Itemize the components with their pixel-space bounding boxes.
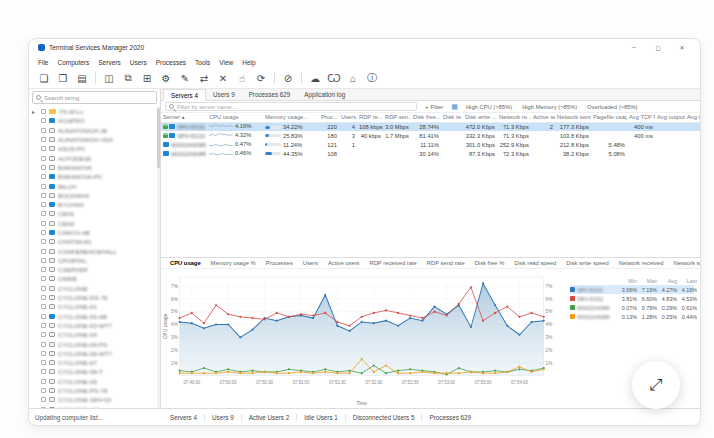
remote-app-icon[interactable]: Ѡ: [325, 70, 343, 87]
tree-checkbox[interactable]: [41, 286, 46, 291]
tree-item[interactable]: BARANOVA: [29, 163, 160, 172]
user-session-icon[interactable]: ⇄: [195, 70, 213, 87]
tree-item[interactable]: CYCLONE-04: [29, 330, 160, 339]
tree-item[interactable]: AUTODESK: [29, 153, 160, 162]
tree-item[interactable]: AUNATONICH-VDA: [29, 135, 160, 144]
home-icon[interactable]: ⌂: [344, 70, 362, 87]
column-header[interactable]: RDP sen...: [383, 113, 411, 122]
tree-checkbox[interactable]: [41, 109, 46, 114]
tree-item[interactable]: CONFERENCEHALL: [29, 246, 160, 255]
legend-row[interactable]: W2022A60800.07%0.79%0.29%0.61%: [570, 303, 694, 312]
tree-checkbox[interactable]: [41, 342, 46, 347]
tree-item[interactable]: CYCLONE-PS-78: [29, 386, 160, 395]
column-header[interactable]: Active se...: [531, 113, 555, 122]
tree-checkbox[interactable]: [41, 258, 46, 263]
tree-checkbox[interactable]: [41, 323, 46, 328]
tab-servers-4[interactable]: Servers 4: [163, 89, 206, 101]
tree-checkbox[interactable]: [41, 184, 46, 189]
expand-overlay-button[interactable]: ⤢: [632, 361, 680, 409]
close-button[interactable]: ✕: [677, 44, 687, 51]
save-icon[interactable]: ▤: [73, 70, 91, 87]
tree-checkbox[interactable]: [41, 249, 46, 254]
tree-checkbox[interactable]: [41, 221, 46, 226]
add-computer-icon[interactable]: ◫: [100, 70, 118, 87]
tree-item[interactable]: CYCLONE-DS-76: [29, 293, 160, 302]
edit-icon[interactable]: ✎: [176, 70, 194, 87]
tree-checkbox[interactable]: [41, 146, 46, 151]
tree-item[interactable]: ▸TS-W-Lv: [29, 107, 160, 116]
tree-checkbox[interactable]: [41, 118, 46, 123]
tab-processes-629[interactable]: Processes 629: [242, 89, 298, 100]
chart-tab-processes[interactable]: Processes: [261, 260, 298, 266]
tree-checkbox[interactable]: [41, 202, 46, 207]
tree-checkbox[interactable]: [41, 137, 46, 142]
chart-tab-rdp-send-rate[interactable]: RDP send rate: [422, 260, 470, 266]
tree-checkbox[interactable]: [41, 407, 46, 408]
column-header[interactable]: Users: [339, 113, 357, 122]
column-header[interactable]: Memory usage...: [263, 113, 319, 122]
cloud-icon[interactable]: ☁: [306, 70, 324, 87]
menu-item-tools[interactable]: Tools: [195, 59, 210, 66]
tree-item[interactable]: CHATSKAN: [29, 237, 160, 246]
new-file-icon[interactable]: ❏: [35, 70, 53, 87]
tree-item[interactable]: CEN2: [29, 219, 160, 228]
tree-item[interactable]: CYCLONE-07: [29, 358, 160, 367]
column-header[interactable]: Disk re...: [441, 113, 463, 122]
tree-checkbox[interactable]: [41, 211, 46, 216]
tree-checkbox[interactable]: [41, 388, 46, 393]
tab-users-9[interactable]: Users 9: [206, 89, 242, 100]
tree-checkbox[interactable]: [41, 332, 46, 337]
chart-tab-active-users[interactable]: Active users: [323, 260, 365, 266]
tree-item[interactable]: CYCLONE-02-AB: [29, 312, 160, 321]
menu-item-users[interactable]: Users: [130, 59, 147, 66]
column-header[interactable]: Proc...: [319, 113, 339, 122]
chart-tab-cpu-usage[interactable]: CPU usage: [165, 260, 206, 266]
tree-checkbox[interactable]: [41, 239, 46, 244]
open-file-icon[interactable]: ❒: [54, 70, 72, 87]
column-header[interactable]: Pagefile usage...: [591, 113, 627, 122]
column-header[interactable]: Avg input...: [685, 113, 701, 122]
minimize-button[interactable]: ─: [629, 44, 639, 51]
tree-checkbox[interactable]: [41, 304, 46, 309]
tree-checkbox[interactable]: [41, 156, 46, 161]
tree-checkbox[interactable]: [41, 314, 46, 319]
chart-tab-rdp-received-rate[interactable]: RDP received rate: [365, 260, 422, 266]
chart-tab-users[interactable]: Users: [298, 260, 323, 266]
column-header[interactable]: Avg output FPS: [655, 113, 685, 122]
column-header[interactable]: Disk free...: [411, 113, 441, 122]
tree-item[interactable]: AUNATONICH-36: [29, 126, 160, 135]
search-input[interactable]: Search string: [32, 91, 157, 104]
chart-tab-network-sent[interactable]: Network sent: [669, 260, 701, 266]
legend-row[interactable]: SRV-DC023.81%6.60%4.83%4.53%: [570, 294, 694, 303]
tree-checkbox[interactable]: [41, 174, 46, 179]
tree-checkbox[interactable]: [41, 165, 46, 170]
refresh-icon[interactable]: ⟳: [252, 70, 270, 87]
column-header[interactable]: Disk write ...: [463, 113, 497, 122]
tree-item[interactable]: CPORTAL: [29, 256, 160, 265]
tree-item[interactable]: AGSPRO: [29, 116, 160, 125]
tree-item[interactable]: BUCKMAN: [29, 191, 160, 200]
legend-row[interactable]: W2022A60850.13%1.28%0.25%0.44%: [570, 312, 694, 321]
tree-item[interactable]: CWEB: [29, 274, 160, 283]
tree-item[interactable]: ASUS-PC: [29, 144, 160, 153]
tree-item[interactable]: CYCLONE: [29, 284, 160, 293]
menu-item-file[interactable]: File: [38, 59, 48, 66]
menu-item-computers[interactable]: Computers: [57, 59, 89, 66]
tree-item[interactable]: CYCLONE-03-WT7: [29, 321, 160, 330]
column-header[interactable]: Avg TCP RTT: [627, 113, 655, 122]
menu-item-view[interactable]: View: [219, 59, 233, 66]
tree-checkbox[interactable]: [41, 360, 46, 365]
tree-checkbox[interactable]: [41, 267, 46, 272]
tree-item[interactable]: CSERVER: [29, 265, 160, 274]
tree-checkbox[interactable]: [41, 276, 46, 281]
tree-item[interactable]: CEN1: [29, 209, 160, 218]
table-row[interactable]: SRV-DC024.32%25.83%180340 kbps1.7 Mbps81…: [161, 131, 701, 140]
tree-item[interactable]: CYCLONE-08-T: [29, 367, 160, 376]
tree-item[interactable]: CYCLONE-01: [29, 302, 160, 311]
computer-users-icon[interactable]: ⊞: [138, 70, 156, 87]
tab-application-log[interactable]: Application log: [297, 89, 352, 100]
chart-tab-disk-write-speed[interactable]: Disk write speed: [561, 260, 614, 266]
tree-item[interactable]: CYCLONE-05-PS: [29, 339, 160, 348]
tree-item[interactable]: CYCLONE-09: [29, 377, 160, 386]
tree-checkbox[interactable]: [41, 379, 46, 384]
